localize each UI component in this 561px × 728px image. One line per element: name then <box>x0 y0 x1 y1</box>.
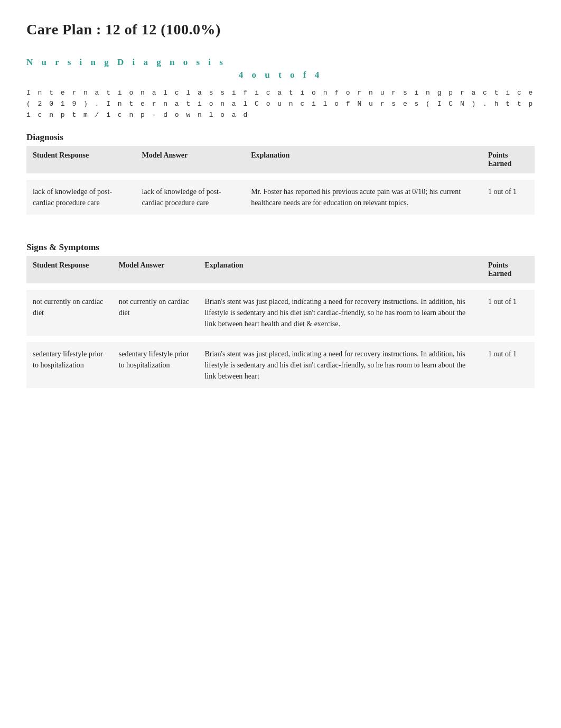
diagnosis-col-explanation: Explanation <box>245 146 482 173</box>
table-row: sedentary lifestyle prior to hospitaliza… <box>26 342 535 388</box>
ss-col-model-answer: Model Answer <box>113 256 199 283</box>
ss-col-explanation: Explanation <box>198 256 482 283</box>
table-row: not currently on cardiac diet not curren… <box>26 290 535 336</box>
diagnosis-col-student-response: Student Response <box>26 146 136 173</box>
diagnosis-section-title: Diagnosis <box>26 132 535 146</box>
table-row: lack of knowledge of post-cardiac proced… <box>26 180 535 215</box>
diagnosis-table: Student Response Model Answer Explanatio… <box>26 146 535 221</box>
explanation-cell: Brian's stent was just placed, indicatin… <box>198 342 482 388</box>
signs-symptoms-header-row: Student Response Model Answer Explanatio… <box>26 256 535 283</box>
student-response-cell: lack of knowledge of post-cardiac proced… <box>26 180 136 215</box>
diagnosis-section: Diagnosis Student Response Model Answer … <box>26 132 535 221</box>
points-earned-cell: 1 out of 1 <box>482 342 535 388</box>
nursing-diagnosis-section: N u r s i n g D i a g n o s i s 4 o u t … <box>26 57 535 121</box>
nursing-diagnosis-heading: N u r s i n g D i a g n o s i s <box>26 57 535 68</box>
diagnosis-table-header-row: Student Response Model Answer Explanatio… <box>26 146 535 173</box>
student-response-cell: sedentary lifestyle prior to hospitaliza… <box>26 342 113 388</box>
model-answer-cell: lack of knowledge of post-cardiac proced… <box>136 180 245 215</box>
signs-symptoms-section: Signs & Symptoms Student Response Model … <box>26 242 535 394</box>
ss-col-points-earned: Points Earned <box>482 256 535 283</box>
page-title: Care Plan : 12 of 12 (100.0%) <box>26 21 535 38</box>
ss-col-student-response: Student Response <box>26 256 113 283</box>
diagnosis-col-points-earned: Points Earned <box>482 146 535 173</box>
explanation-cell: Mr. Foster has reported his previous acu… <box>245 180 482 215</box>
signs-symptoms-title: Signs & Symptoms <box>26 242 535 256</box>
reference-text: I n t e r n a t i o n a l c l a s s i f … <box>26 88 535 121</box>
nursing-diagnosis-subheading: 4 o u t o f 4 <box>26 70 535 80</box>
points-earned-cell: 1 out of 1 <box>482 290 535 336</box>
model-answer-cell: sedentary lifestyle prior to hospitaliza… <box>113 342 199 388</box>
model-answer-cell: not currently on cardiac diet <box>113 290 199 336</box>
signs-symptoms-table: Student Response Model Answer Explanatio… <box>26 256 535 394</box>
points-earned-cell: 1 out of 1 <box>482 180 535 215</box>
explanation-cell: Brian's stent was just placed, indicatin… <box>198 290 482 336</box>
diagnosis-col-model-answer: Model Answer <box>136 146 245 173</box>
student-response-cell: not currently on cardiac diet <box>26 290 113 336</box>
